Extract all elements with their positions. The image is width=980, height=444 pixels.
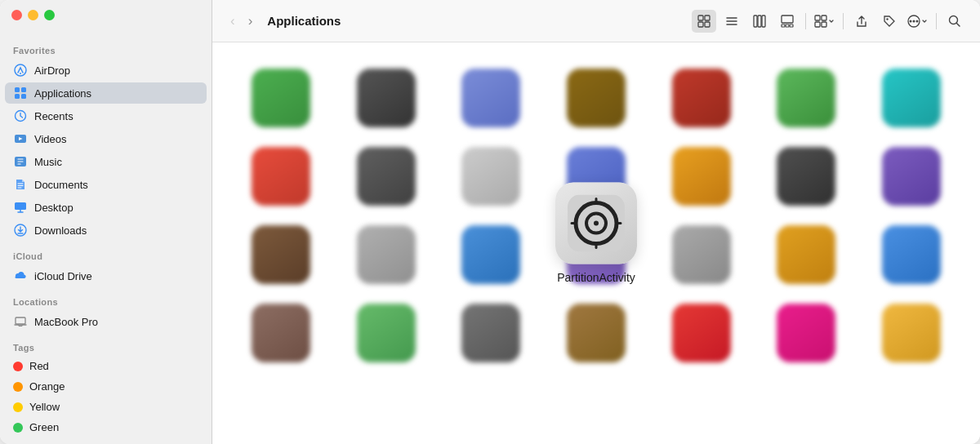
svg-rect-2 bbox=[15, 87, 20, 92]
sidebar-airdrop-label: AirDrop bbox=[34, 64, 70, 77]
maximize-button[interactable] bbox=[44, 10, 55, 20]
app-icon-cell-0[interactable] bbox=[229, 59, 334, 137]
svg-rect-15 bbox=[705, 22, 710, 27]
svg-rect-18 bbox=[762, 16, 765, 27]
toolbar-separator-3 bbox=[936, 13, 937, 29]
app-icon-cell-12[interactable] bbox=[754, 137, 859, 215]
search-button[interactable] bbox=[942, 10, 967, 33]
sidebar-item-downloads[interactable]: Downloads bbox=[5, 220, 207, 241]
app-icon-cell-14[interactable] bbox=[229, 215, 334, 294]
videos-icon bbox=[13, 131, 28, 146]
sidebar-item-recents[interactable]: Recents bbox=[5, 105, 207, 127]
sidebar-item-music[interactable]: Music bbox=[5, 151, 207, 172]
app-icon-cell-8[interactable] bbox=[334, 137, 439, 215]
app-icon-16 bbox=[461, 225, 520, 284]
app-icon-0 bbox=[252, 69, 310, 127]
sidebar-item-desktop[interactable]: Desktop bbox=[5, 197, 207, 218]
app-icon-27 bbox=[882, 304, 941, 362]
app-icon-cell-27[interactable] bbox=[858, 294, 964, 372]
svg-rect-14 bbox=[698, 22, 703, 27]
sidebar-item-videos[interactable]: Videos bbox=[5, 128, 207, 149]
app-icon-25 bbox=[672, 304, 731, 362]
app-icon-cell-11[interactable] bbox=[648, 137, 754, 215]
sidebar-item-tag-red[interactable]: Red bbox=[5, 357, 207, 375]
action-button[interactable] bbox=[905, 10, 930, 33]
sidebar-item-tag-yellow[interactable]: Yellow bbox=[5, 397, 207, 416]
svg-rect-25 bbox=[815, 22, 820, 27]
back-button[interactable]: ‹ bbox=[225, 11, 240, 32]
gallery-view-button[interactable] bbox=[775, 10, 800, 33]
app-icon-cell-3[interactable] bbox=[544, 59, 649, 137]
svg-rect-4 bbox=[15, 94, 20, 99]
app-icon-cell-19[interactable] bbox=[754, 215, 859, 294]
app-icon-cell-21[interactable] bbox=[229, 294, 334, 372]
svg-point-1 bbox=[20, 73, 21, 74]
app-icon-12 bbox=[777, 147, 835, 206]
app-icon-cell-4[interactable] bbox=[648, 59, 754, 137]
svg-rect-21 bbox=[786, 24, 789, 27]
app-icon-cell-24[interactable] bbox=[544, 294, 649, 372]
app-icon-cell-18[interactable] bbox=[648, 215, 754, 294]
app-icon-cell-9[interactable] bbox=[439, 137, 544, 215]
close-button[interactable] bbox=[11, 10, 22, 20]
minimize-button[interactable] bbox=[28, 10, 38, 20]
tag-button[interactable] bbox=[877, 10, 902, 33]
app-icon-cell-15[interactable] bbox=[334, 215, 439, 294]
icloud-drive-icon bbox=[13, 269, 28, 283]
music-icon bbox=[13, 154, 28, 169]
main-content: ‹ › Applications bbox=[212, 0, 980, 444]
app-icon-23 bbox=[461, 304, 520, 362]
list-view-button[interactable] bbox=[719, 10, 744, 33]
svg-rect-11 bbox=[16, 317, 25, 324]
share-button[interactable] bbox=[849, 10, 874, 33]
tag-green-dot bbox=[13, 423, 23, 433]
app-icon-cell-2[interactable] bbox=[439, 59, 544, 137]
sidebar: Favorites AirDrop Applications bbox=[0, 0, 212, 444]
toolbar: ‹ › Applications bbox=[212, 0, 980, 42]
sidebar-icloud-label: iCloud Drive bbox=[34, 270, 92, 282]
tags-section-label: Tags bbox=[0, 333, 212, 356]
app-icon-cell-26[interactable] bbox=[754, 294, 859, 372]
sidebar-item-icloud-drive[interactable]: iCloud Drive bbox=[5, 265, 207, 286]
app-icon-cell-5[interactable] bbox=[754, 59, 859, 137]
sidebar-item-macbook[interactable]: MacBook Pro bbox=[5, 311, 207, 332]
svg-point-36 bbox=[594, 221, 599, 226]
app-icon-11 bbox=[672, 147, 731, 206]
sidebar-item-airdrop[interactable]: AirDrop bbox=[5, 60, 207, 81]
app-icon-cell-1[interactable] bbox=[334, 59, 439, 137]
column-view-button[interactable] bbox=[747, 10, 772, 33]
app-icon-cell-22[interactable] bbox=[334, 294, 439, 372]
sidebar-item-documents[interactable]: Documents bbox=[5, 174, 207, 195]
app-icon-cell-23[interactable] bbox=[439, 294, 544, 372]
forward-button[interactable]: › bbox=[243, 11, 258, 32]
svg-rect-20 bbox=[782, 24, 785, 27]
app-icon-8 bbox=[357, 147, 416, 206]
app-icon-3 bbox=[567, 69, 626, 127]
sidebar-item-tag-orange[interactable]: Orange bbox=[5, 377, 207, 396]
sidebar-tag-green-label: Green bbox=[29, 421, 59, 433]
sidebar-desktop-label: Desktop bbox=[34, 202, 74, 214]
partition-activity-icon-inner bbox=[555, 183, 637, 264]
app-icon-7 bbox=[252, 147, 310, 206]
svg-point-30 bbox=[910, 20, 912, 22]
app-icon-1 bbox=[357, 69, 416, 127]
app-icon-18 bbox=[672, 225, 731, 284]
sidebar-documents-label: Documents bbox=[34, 179, 88, 191]
sidebar-item-tag-green[interactable]: Green bbox=[5, 418, 207, 437]
app-icon-cell-13[interactable] bbox=[858, 137, 964, 215]
groupby-button[interactable] bbox=[812, 10, 837, 33]
app-icon-cell-20[interactable] bbox=[858, 215, 964, 294]
recents-icon bbox=[13, 109, 28, 123]
app-icon-cell-16[interactable] bbox=[439, 215, 544, 294]
icloud-section-label: iCloud bbox=[0, 242, 212, 264]
app-icon-cell-7[interactable] bbox=[229, 137, 334, 215]
svg-rect-12 bbox=[698, 16, 703, 20]
app-icon-cell-6[interactable] bbox=[858, 59, 964, 137]
grid-view-button[interactable] bbox=[692, 10, 716, 33]
sidebar-tag-orange-label: Orange bbox=[29, 380, 65, 393]
content-area[interactable]: PartitionActivity bbox=[212, 42, 980, 444]
sidebar-item-applications[interactable]: Applications bbox=[5, 82, 207, 104]
app-icon-cell-25[interactable] bbox=[648, 294, 754, 372]
app-icon-26 bbox=[777, 304, 835, 362]
sidebar-macbook-label: MacBook Pro bbox=[34, 316, 98, 328]
